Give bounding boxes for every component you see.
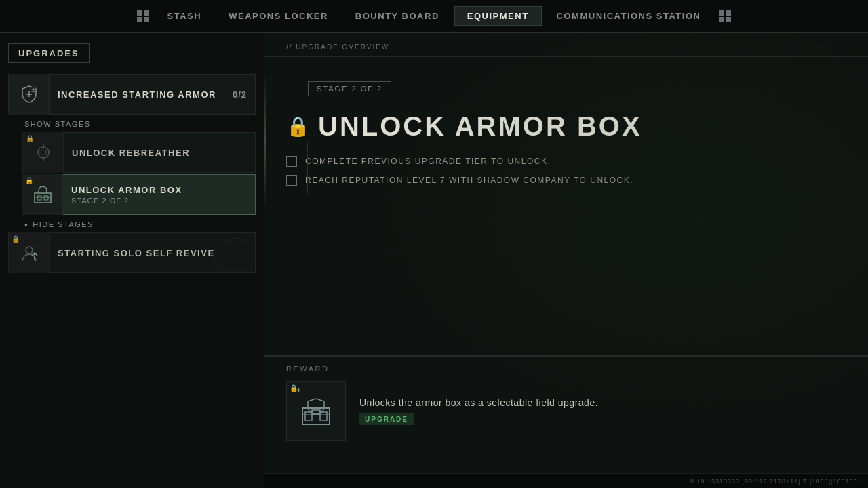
svg-rect-7 xyxy=(726,17,731,22)
reward-section: REWARD 🔒 + xyxy=(264,355,868,454)
upgrade-name-armor: INCREASED STARTING ARMOR xyxy=(58,89,224,100)
svg-point-21 xyxy=(26,247,33,253)
stage-badge: STAGE 2 OF 2 xyxy=(308,81,391,96)
upgrade-info-armor-box: UNLOCK ARMOR BOX STAGE 2 OF 2 xyxy=(63,185,255,205)
upgrade-item-unlock-armor-box[interactable]: 🔒 UNLOCK ARMOR BOX STAGE 2 OF 2 xyxy=(22,174,256,215)
requirement-item-2: REACH REPUTATION LEVEL 7 WITH SHADOW COM… xyxy=(286,175,846,186)
upgrade-icon-box-armor xyxy=(9,74,50,115)
nav-bounty-board[interactable]: BOUNTY BOARD xyxy=(343,7,452,25)
separator-vertical xyxy=(264,73,266,209)
svg-rect-18 xyxy=(37,196,41,200)
reward-label: REWARD xyxy=(264,357,868,381)
nav-weapons-locker[interactable]: WEAPONS LOCKER xyxy=(216,7,340,25)
nav-equipment[interactable]: EQUIPMENT xyxy=(454,6,542,26)
upgrade-icon-box-rebreather: 🔒 xyxy=(23,132,64,173)
upgrades-section-title: UPGRADES xyxy=(8,43,90,63)
upgrade-item-increased-starting-armor[interactable]: INCREASED STARTING ARMOR 0/2 xyxy=(8,74,256,115)
svg-point-14 xyxy=(41,150,46,155)
reward-tag: UPGRADE xyxy=(359,413,414,425)
lock-icon-revive: 🔒 xyxy=(12,235,20,243)
requirement-item-1: COMPLETE PREVIOUS UPGRADE TIER TO UNLOCK… xyxy=(286,156,846,167)
main-layout: UPGRADES INCREASED STARTING ARMOR 0/2 SH… xyxy=(0,33,868,488)
nav-right-icon[interactable] xyxy=(715,7,734,26)
svg-rect-5 xyxy=(726,10,731,16)
requirements-area: COMPLETE PREVIOUS UPGRADE TIER TO UNLOCK… xyxy=(264,150,868,191)
title-lock-icon: 🔒 xyxy=(286,115,310,138)
status-bar: 9.19.15313333 [95:112:2178+11] T [1000][… xyxy=(264,473,868,488)
req-checkbox-1 xyxy=(286,156,297,167)
svg-rect-1 xyxy=(144,10,149,16)
svg-marker-36 xyxy=(705,188,760,236)
upgrade-icon-box-revive: 🔒 xyxy=(9,232,50,273)
show-stages-button[interactable]: SHOW STAGES xyxy=(8,116,256,132)
debug-text: 9.19.15313333 [95:112:2178+11] T [1000][… xyxy=(690,478,860,485)
title-area: 🔒 UNLOCK ARMOR BOX xyxy=(264,107,868,150)
req-text-2: REACH REPUTATION LEVEL 7 WITH SHADOW COM… xyxy=(305,176,633,185)
svg-marker-35 xyxy=(651,188,705,236)
reward-content: 🔒 + Unlocks the armor box as a sele xyxy=(264,381,868,454)
sidebar: UPGRADES INCREASED STARTING ARMOR 0/2 SH… xyxy=(0,33,264,488)
hide-stages-button[interactable]: HIDE STAGES xyxy=(8,216,256,232)
req-text-1: COMPLETE PREVIOUS UPGRADE TIER TO UNLOCK… xyxy=(305,157,551,166)
page-title: UNLOCK ARMOR BOX xyxy=(318,113,642,140)
nav-left-icon[interactable] xyxy=(134,7,153,26)
content-panel: // UPGRADE OVERVIEW STAGE 2 OF 2 🔒 UNLOC… xyxy=(264,33,868,488)
upgrade-item-starting-solo-self-revive[interactable]: 🔒 STARTING SOLO SELF REVIVE xyxy=(8,232,256,273)
breadcrumb: // UPGRADE OVERVIEW xyxy=(264,33,868,56)
svg-rect-3 xyxy=(144,17,149,22)
lock-icon-armor-box: 🔒 xyxy=(25,177,33,184)
reward-image-box: 🔒 + xyxy=(286,381,346,441)
svg-rect-0 xyxy=(137,10,142,16)
nav-communications-station[interactable]: COMMUNICATIONS STATION xyxy=(545,7,713,25)
top-nav: STASH WEAPONS LOCKER BOUNTY BOARD EQUIPM… xyxy=(0,0,868,33)
svg-rect-19 xyxy=(44,196,48,200)
svg-rect-39 xyxy=(305,412,312,420)
svg-marker-37 xyxy=(760,188,814,236)
svg-rect-6 xyxy=(719,17,724,22)
svg-marker-23 xyxy=(211,237,255,270)
upgrade-stage-armor-box: STAGE 2 OF 2 xyxy=(71,197,247,205)
upgrade-info-rebreather: UNLOCK REBREATHER xyxy=(64,148,255,158)
svg-rect-2 xyxy=(137,17,142,22)
upgrade-counter-armor: 0/2 xyxy=(233,89,255,100)
upgrade-name-armor-box: UNLOCK ARMOR BOX xyxy=(71,185,247,195)
svg-point-13 xyxy=(38,147,49,158)
upgrade-icon-box-armor-box: 🔒 xyxy=(22,174,63,215)
upgrade-item-unlock-rebreather[interactable]: 🔒 UNLOCK REBREATHER xyxy=(22,132,256,173)
reward-text-area: Unlocks the armor box as a selectable fi… xyxy=(359,397,846,425)
reward-description: Unlocks the armor box as a selectable fi… xyxy=(359,397,846,408)
svg-rect-40 xyxy=(320,412,327,420)
upgrade-info-armor: INCREASED STARTING ARMOR xyxy=(50,89,233,100)
reward-svg-icon xyxy=(298,393,334,428)
upgrade-name-rebreather: UNLOCK REBREATHER xyxy=(72,148,247,158)
lock-icon-rebreather: 🔒 xyxy=(26,135,34,142)
reward-plus-icon: + xyxy=(296,386,301,395)
nav-stash[interactable]: STASH xyxy=(155,7,214,25)
req-checkbox-2 xyxy=(286,175,297,186)
svg-rect-4 xyxy=(719,10,724,16)
